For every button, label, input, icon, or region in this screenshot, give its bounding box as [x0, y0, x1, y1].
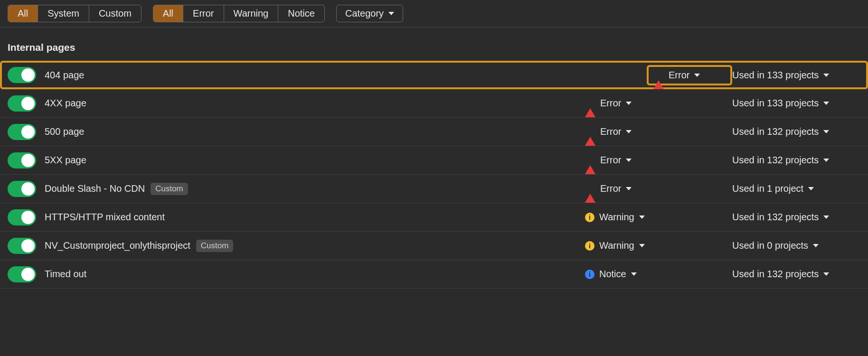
chevron-down-icon	[813, 244, 819, 247]
severity-filter-notice[interactable]: Notice	[278, 5, 324, 22]
row-name-label: 5XX page	[45, 155, 86, 166]
section-title: Internal pages	[0, 28, 868, 61]
projects-label: Used in 133 projects	[732, 98, 819, 109]
toggle-enabled[interactable]	[8, 124, 36, 140]
severity-filter-warning[interactable]: Warning	[224, 5, 279, 22]
toggle-enabled[interactable]	[8, 238, 36, 254]
toggle-enabled[interactable]	[8, 209, 36, 225]
alert-triangle-icon	[585, 155, 595, 166]
row-name: 500 page	[45, 126, 585, 137]
category-dropdown[interactable]: Category	[336, 5, 403, 22]
severity-dropdown[interactable]: Error	[585, 126, 732, 137]
severity-dropdown[interactable]: iWarning	[585, 212, 732, 223]
toggle-enabled[interactable]	[8, 181, 36, 197]
chevron-down-icon	[626, 187, 632, 190]
chevron-down-icon	[823, 272, 829, 276]
chevron-down-icon	[388, 12, 394, 15]
row-name: HTTPS/HTTP mixed content	[45, 212, 585, 223]
toggle-enabled[interactable]	[8, 266, 36, 282]
projects-dropdown[interactable]: Used in 132 projects	[732, 212, 860, 223]
row-name-label: HTTPS/HTTP mixed content	[45, 212, 165, 223]
projects-dropdown[interactable]: Used in 132 projects	[732, 155, 860, 166]
alert-triangle-icon	[585, 126, 595, 137]
severity-dropdown[interactable]: iNotice	[585, 269, 732, 280]
table-row: NV_Customproject_onlythisprojectCustomiW…	[0, 232, 868, 260]
row-name-label: 4XX page	[45, 98, 86, 109]
severity-dropdown[interactable]: Error	[647, 65, 732, 85]
custom-badge: Custom	[196, 240, 234, 252]
type-filter-all[interactable]: All	[8, 5, 38, 22]
chevron-down-icon	[626, 159, 632, 162]
severity-label: Error	[600, 98, 621, 109]
toggle-enabled[interactable]	[8, 152, 36, 169]
toggle-enabled[interactable]	[8, 95, 36, 112]
severity-filter-group: AllErrorWarningNotice	[153, 5, 325, 22]
alert-triangle-icon	[585, 98, 595, 109]
table-row: 500 pageErrorUsed in 132 projects	[0, 118, 868, 146]
row-name: NV_Customproject_onlythisprojectCustom	[45, 240, 585, 252]
severity-dropdown[interactable]: Error	[585, 155, 732, 166]
table-row: 4XX pageErrorUsed in 133 projects	[0, 89, 868, 118]
projects-dropdown[interactable]: Used in 133 projects	[732, 70, 860, 81]
notice-circle-icon: i	[585, 270, 594, 279]
projects-label: Used in 1 project	[732, 183, 803, 194]
warning-circle-icon: i	[585, 241, 594, 251]
toggle-enabled[interactable]	[8, 67, 36, 83]
chevron-down-icon	[639, 215, 645, 219]
projects-label: Used in 132 projects	[732, 212, 819, 223]
row-name: 404 page	[45, 70, 653, 81]
chevron-down-icon	[631, 272, 637, 276]
custom-badge: Custom	[151, 183, 188, 195]
chevron-down-icon	[626, 130, 632, 133]
projects-dropdown[interactable]: Used in 132 projects	[732, 269, 860, 280]
chevron-down-icon	[694, 74, 700, 77]
alert-triangle-icon	[653, 70, 664, 81]
projects-dropdown[interactable]: Used in 1 project	[732, 183, 860, 194]
category-dropdown-label: Category	[345, 8, 384, 19]
projects-dropdown[interactable]: Used in 132 projects	[732, 126, 860, 137]
severity-label: Warning	[599, 212, 634, 223]
projects-label: Used in 132 projects	[732, 269, 819, 280]
row-name: 5XX page	[45, 155, 585, 166]
type-filter-group: AllSystemCustom	[8, 5, 142, 22]
row-name: Double Slash - No CDNCustom	[45, 183, 585, 195]
severity-label: Error	[600, 183, 621, 194]
projects-dropdown[interactable]: Used in 133 projects	[732, 98, 860, 109]
severity-label: Error	[600, 155, 621, 166]
chevron-down-icon	[639, 244, 645, 247]
row-name: Timed out	[45, 269, 585, 280]
chevron-down-icon	[823, 159, 829, 162]
table-row: 404 pageErrorUsed in 133 projects	[0, 61, 868, 89]
severity-label: Warning	[599, 240, 634, 251]
toolbar: AllSystemCustom AllErrorWarningNotice Ca…	[0, 0, 868, 28]
type-filter-custom[interactable]: Custom	[89, 5, 141, 22]
table-row: HTTPS/HTTP mixed contentiWarningUsed in …	[0, 203, 868, 232]
table-row: Timed outiNoticeUsed in 132 projects	[0, 260, 868, 289]
severity-dropdown[interactable]: Error	[585, 183, 732, 194]
severity-label: Error	[669, 70, 689, 81]
severity-filter-all[interactable]: All	[153, 5, 183, 22]
table-row: Double Slash - No CDNCustomErrorUsed in …	[0, 175, 868, 203]
row-name-label: Timed out	[45, 269, 86, 280]
severity-label: Notice	[599, 269, 626, 280]
type-filter-system[interactable]: System	[38, 5, 89, 22]
severity-dropdown[interactable]: iWarning	[585, 240, 732, 251]
severity-label: Error	[600, 126, 621, 137]
row-name: 4XX page	[45, 98, 585, 109]
severity-dropdown[interactable]: Error	[585, 98, 732, 109]
chevron-down-icon	[823, 74, 829, 77]
warning-circle-icon: i	[585, 213, 594, 222]
chevron-down-icon	[823, 130, 829, 133]
projects-label: Used in 132 projects	[732, 155, 819, 166]
row-name-label: 404 page	[45, 70, 84, 81]
alert-triangle-icon	[585, 183, 595, 194]
projects-label: Used in 0 projects	[732, 240, 808, 251]
chevron-down-icon	[626, 102, 632, 105]
projects-dropdown[interactable]: Used in 0 projects	[732, 240, 860, 251]
table-row: 5XX pageErrorUsed in 132 projects	[0, 146, 868, 175]
chevron-down-icon	[823, 102, 829, 105]
chevron-down-icon	[808, 187, 814, 190]
severity-filter-error[interactable]: Error	[183, 5, 224, 22]
projects-label: Used in 133 projects	[732, 70, 819, 81]
rows-container: 404 pageErrorUsed in 133 projects4XX pag…	[0, 61, 868, 289]
